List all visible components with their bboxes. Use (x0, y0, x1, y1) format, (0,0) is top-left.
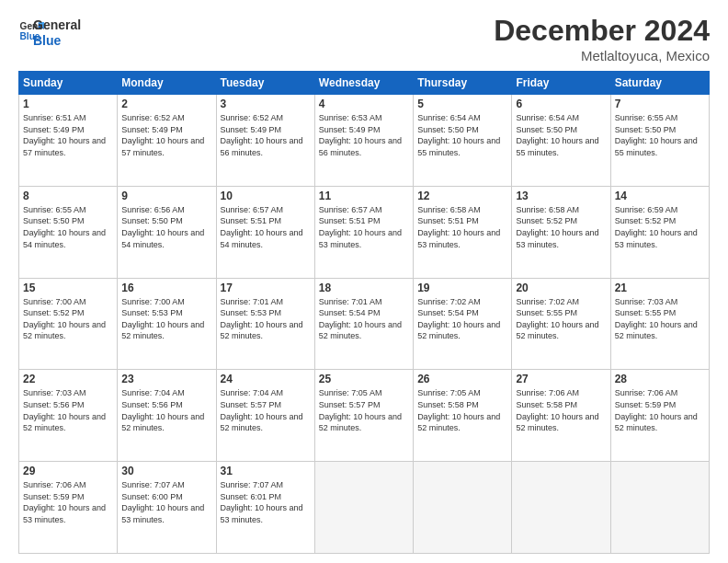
calendar-day-cell: 6 Sunrise: 6:54 AM Sunset: 5:50 PM Dayli… (512, 95, 610, 187)
day-info: Sunrise: 7:06 AM Sunset: 5:58 PM Dayligh… (516, 387, 606, 433)
calendar-day-cell: 7 Sunrise: 6:55 AM Sunset: 5:50 PM Dayli… (610, 95, 709, 187)
day-number: 20 (516, 282, 606, 294)
calendar-day-cell (512, 462, 610, 554)
day-info: Sunrise: 7:06 AM Sunset: 5:59 PM Dayligh… (23, 479, 113, 525)
calendar-day-cell: 31 Sunrise: 7:07 AM Sunset: 6:01 PM Dayl… (216, 462, 314, 554)
calendar-day-cell: 21 Sunrise: 7:03 AM Sunset: 5:55 PM Dayl… (610, 278, 709, 370)
weekday-header-thursday: Thursday (414, 72, 512, 95)
calendar-day-cell: 12 Sunrise: 6:58 AM Sunset: 5:51 PM Dayl… (414, 186, 512, 278)
logo-general: General (33, 17, 81, 33)
day-info: Sunrise: 7:04 AM Sunset: 5:57 PM Dayligh… (221, 387, 311, 433)
calendar-week-row: 22 Sunrise: 7:03 AM Sunset: 5:56 PM Dayl… (19, 370, 710, 462)
day-info: Sunrise: 7:00 AM Sunset: 5:53 PM Dayligh… (121, 296, 211, 342)
day-number: 7 (615, 98, 705, 110)
day-info: Sunrise: 6:55 AM Sunset: 5:50 PM Dayligh… (23, 204, 113, 250)
location: Metlaltoyuca, Mexico (494, 48, 710, 63)
weekday-header-monday: Monday (118, 72, 216, 95)
day-info: Sunrise: 6:56 AM Sunset: 5:50 PM Dayligh… (121, 204, 211, 250)
day-info: Sunrise: 6:58 AM Sunset: 5:52 PM Dayligh… (516, 204, 606, 250)
day-number: 15 (23, 282, 113, 294)
day-number: 8 (23, 190, 113, 202)
header: General Blue General Blue December 2024 … (18, 14, 710, 63)
day-info: Sunrise: 7:06 AM Sunset: 5:59 PM Dayligh… (615, 387, 705, 433)
day-number: 13 (516, 190, 606, 202)
day-info: Sunrise: 7:02 AM Sunset: 5:55 PM Dayligh… (516, 296, 606, 342)
day-number: 16 (121, 282, 211, 294)
day-info: Sunrise: 6:52 AM Sunset: 5:49 PM Dayligh… (121, 112, 211, 158)
calendar-day-cell: 26 Sunrise: 7:05 AM Sunset: 5:58 PM Dayl… (414, 370, 512, 462)
day-number: 30 (121, 465, 211, 477)
day-number: 2 (121, 98, 211, 110)
day-info: Sunrise: 6:53 AM Sunset: 5:49 PM Dayligh… (319, 112, 409, 158)
day-number: 24 (221, 373, 311, 385)
day-info: Sunrise: 7:02 AM Sunset: 5:54 PM Dayligh… (417, 296, 507, 342)
calendar-day-cell: 3 Sunrise: 6:52 AM Sunset: 5:49 PM Dayli… (216, 95, 314, 187)
month-title: December 2024 (494, 14, 710, 48)
calendar-day-cell: 15 Sunrise: 7:00 AM Sunset: 5:52 PM Dayl… (19, 278, 118, 370)
calendar-day-cell (314, 462, 413, 554)
calendar-header-row: SundayMondayTuesdayWednesdayThursdayFrid… (19, 72, 710, 95)
day-number: 19 (417, 282, 507, 294)
day-info: Sunrise: 7:03 AM Sunset: 5:56 PM Dayligh… (23, 387, 113, 433)
day-number: 28 (615, 373, 705, 385)
page: General Blue General Blue December 2024 … (0, 0, 728, 563)
day-info: Sunrise: 6:57 AM Sunset: 5:51 PM Dayligh… (319, 204, 409, 250)
day-info: Sunrise: 7:00 AM Sunset: 5:52 PM Dayligh… (23, 296, 113, 342)
day-info: Sunrise: 7:07 AM Sunset: 6:01 PM Dayligh… (221, 479, 311, 525)
calendar-week-row: 29 Sunrise: 7:06 AM Sunset: 5:59 PM Dayl… (19, 462, 710, 554)
calendar-day-cell: 18 Sunrise: 7:01 AM Sunset: 5:54 PM Dayl… (314, 278, 413, 370)
day-info: Sunrise: 6:55 AM Sunset: 5:50 PM Dayligh… (615, 112, 705, 158)
calendar-day-cell: 29 Sunrise: 7:06 AM Sunset: 5:59 PM Dayl… (19, 462, 118, 554)
weekday-header-tuesday: Tuesday (216, 72, 314, 95)
day-info: Sunrise: 7:04 AM Sunset: 5:56 PM Dayligh… (121, 387, 211, 433)
day-number: 11 (319, 190, 409, 202)
calendar-day-cell: 5 Sunrise: 6:54 AM Sunset: 5:50 PM Dayli… (414, 95, 512, 187)
day-info: Sunrise: 7:01 AM Sunset: 5:53 PM Dayligh… (221, 296, 311, 342)
weekday-header-friday: Friday (512, 72, 610, 95)
day-number: 10 (221, 190, 311, 202)
day-info: Sunrise: 6:52 AM Sunset: 5:49 PM Dayligh… (221, 112, 311, 158)
day-number: 14 (615, 190, 705, 202)
calendar-day-cell: 4 Sunrise: 6:53 AM Sunset: 5:49 PM Dayli… (314, 95, 413, 187)
calendar-week-row: 8 Sunrise: 6:55 AM Sunset: 5:50 PM Dayli… (19, 186, 710, 278)
day-number: 6 (516, 98, 606, 110)
day-number: 9 (121, 190, 211, 202)
calendar-day-cell: 27 Sunrise: 7:06 AM Sunset: 5:58 PM Dayl… (512, 370, 610, 462)
calendar-day-cell: 8 Sunrise: 6:55 AM Sunset: 5:50 PM Dayli… (19, 186, 118, 278)
day-info: Sunrise: 7:05 AM Sunset: 5:57 PM Dayligh… (319, 387, 409, 433)
calendar-day-cell: 1 Sunrise: 6:51 AM Sunset: 5:49 PM Dayli… (19, 95, 118, 187)
day-info: Sunrise: 6:57 AM Sunset: 5:51 PM Dayligh… (221, 204, 311, 250)
calendar-day-cell: 28 Sunrise: 7:06 AM Sunset: 5:59 PM Dayl… (610, 370, 709, 462)
calendar-day-cell (610, 462, 709, 554)
day-info: Sunrise: 6:58 AM Sunset: 5:51 PM Dayligh… (417, 204, 507, 250)
calendar-day-cell (414, 462, 512, 554)
day-number: 25 (319, 373, 409, 385)
calendar-day-cell: 9 Sunrise: 6:56 AM Sunset: 5:50 PM Dayli… (118, 186, 216, 278)
calendar-day-cell: 23 Sunrise: 7:04 AM Sunset: 5:56 PM Dayl… (118, 370, 216, 462)
day-info: Sunrise: 6:54 AM Sunset: 5:50 PM Dayligh… (516, 112, 606, 158)
calendar-day-cell: 10 Sunrise: 6:57 AM Sunset: 5:51 PM Dayl… (216, 186, 314, 278)
calendar-day-cell: 30 Sunrise: 7:07 AM Sunset: 6:00 PM Dayl… (118, 462, 216, 554)
day-number: 1 (23, 98, 113, 110)
day-info: Sunrise: 6:59 AM Sunset: 5:52 PM Dayligh… (615, 204, 705, 250)
day-info: Sunrise: 6:51 AM Sunset: 5:49 PM Dayligh… (23, 112, 113, 158)
calendar-day-cell: 20 Sunrise: 7:02 AM Sunset: 5:55 PM Dayl… (512, 278, 610, 370)
day-number: 31 (221, 465, 311, 477)
logo-blue: Blue (33, 33, 81, 49)
day-number: 21 (615, 282, 705, 294)
calendar-day-cell: 13 Sunrise: 6:58 AM Sunset: 5:52 PM Dayl… (512, 186, 610, 278)
calendar-week-row: 1 Sunrise: 6:51 AM Sunset: 5:49 PM Dayli… (19, 95, 710, 187)
day-info: Sunrise: 7:05 AM Sunset: 5:58 PM Dayligh… (417, 387, 507, 433)
day-number: 23 (121, 373, 211, 385)
calendar-day-cell: 11 Sunrise: 6:57 AM Sunset: 5:51 PM Dayl… (314, 186, 413, 278)
day-info: Sunrise: 7:07 AM Sunset: 6:00 PM Dayligh… (121, 479, 211, 525)
day-number: 4 (319, 98, 409, 110)
day-number: 3 (221, 98, 311, 110)
day-number: 12 (417, 190, 507, 202)
calendar-day-cell: 2 Sunrise: 6:52 AM Sunset: 5:49 PM Dayli… (118, 95, 216, 187)
day-number: 18 (319, 282, 409, 294)
calendar-week-row: 15 Sunrise: 7:00 AM Sunset: 5:52 PM Dayl… (19, 278, 710, 370)
day-number: 5 (417, 98, 507, 110)
day-info: Sunrise: 7:03 AM Sunset: 5:55 PM Dayligh… (615, 296, 705, 342)
calendar-day-cell: 24 Sunrise: 7:04 AM Sunset: 5:57 PM Dayl… (216, 370, 314, 462)
